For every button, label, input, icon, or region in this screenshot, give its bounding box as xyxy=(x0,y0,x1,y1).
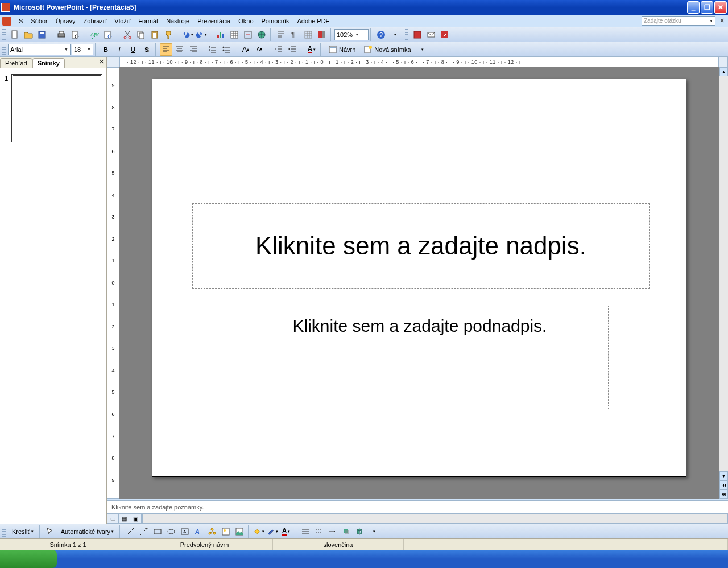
menu-file[interactable]: S xyxy=(15,17,27,26)
tab-slides[interactable]: Snímky xyxy=(32,58,65,68)
menu-window[interactable]: Okno xyxy=(234,17,257,26)
pdf-convert-button[interactable] xyxy=(411,28,424,41)
minimize-button[interactable]: _ xyxy=(687,1,700,14)
research-button[interactable] xyxy=(102,28,114,41)
tables-borders-button[interactable] xyxy=(242,28,254,41)
new-slide-button[interactable]: Nová snímka xyxy=(359,43,415,56)
tab-outline[interactable]: Prehľad xyxy=(0,58,32,68)
menu-help[interactable]: Pomocník xyxy=(258,17,293,26)
wordart-button[interactable]: A xyxy=(192,525,205,538)
bullets-button[interactable] xyxy=(220,43,233,56)
clipart-button[interactable] xyxy=(220,525,232,538)
slide-thumbnail[interactable] xyxy=(11,74,102,142)
shadow-style-button[interactable] xyxy=(340,525,353,538)
menu-edit[interactable]: Úpravy xyxy=(52,17,80,26)
menu-format[interactable]: Formát xyxy=(134,17,162,26)
normal-view-button[interactable]: ▭ xyxy=(107,514,119,523)
horizontal-ruler[interactable]: · 12 · ı · 11 · ı · 10 · ı · 9 · ı · 8 ·… xyxy=(119,57,719,67)
copy-button[interactable] xyxy=(135,28,147,41)
align-center-button[interactable] xyxy=(173,43,186,56)
increase-font-button[interactable]: A▴ xyxy=(239,43,252,56)
paste-button[interactable] xyxy=(148,28,161,41)
save-button[interactable] xyxy=(36,28,48,41)
maximize-button[interactable]: ❐ xyxy=(701,1,713,14)
insert-chart-button[interactable] xyxy=(214,28,227,41)
toolbar-options-button[interactable]: ▾ xyxy=(367,525,380,538)
autoshapes-button[interactable]: Automatické tvary▾ xyxy=(57,525,118,538)
design-button[interactable]: Návrh xyxy=(324,43,359,56)
toolbar-grip[interactable] xyxy=(2,44,6,55)
insert-picture-button[interactable] xyxy=(233,525,246,538)
start-button[interactable] xyxy=(0,550,57,568)
slide[interactable]: Kliknite sem a zadajte nadpis. Kliknite … xyxy=(152,79,686,477)
font-color-button[interactable]: A▾ xyxy=(305,43,318,56)
close-document-button[interactable]: ✕ xyxy=(718,17,726,24)
open-button[interactable] xyxy=(22,28,35,41)
toolbar-grip[interactable] xyxy=(2,29,6,40)
menu-file[interactable]: Súbor xyxy=(27,17,51,26)
3d-style-button[interactable] xyxy=(354,525,366,538)
arrow-button[interactable] xyxy=(138,525,150,538)
insert-table-button[interactable] xyxy=(228,28,241,41)
spelling-button[interactable]: ABC xyxy=(88,28,101,41)
line-color-button[interactable]: ▾ xyxy=(266,525,279,538)
title-placeholder[interactable]: Kliknite sem a zadajte nadpis. xyxy=(192,203,650,289)
next-slide-button[interactable]: ⏭ xyxy=(719,489,728,499)
redo-button[interactable]: ▾ xyxy=(195,28,208,41)
diagram-button[interactable] xyxy=(206,525,218,538)
rectangle-button[interactable] xyxy=(151,525,164,538)
menu-slideshow[interactable]: Prezentácia xyxy=(193,17,234,26)
arrow-style-button[interactable] xyxy=(326,525,339,538)
expand-all-button[interactable] xyxy=(275,28,287,41)
numbering-button[interactable]: 12 xyxy=(206,43,219,56)
scroll-down-button[interactable]: ▼ xyxy=(719,471,728,480)
underline-button[interactable]: U xyxy=(127,43,139,56)
new-button[interactable] xyxy=(9,28,21,41)
show-grid-button[interactable] xyxy=(302,28,315,41)
align-right-button[interactable] xyxy=(187,43,200,56)
horizontal-scrollbar[interactable] xyxy=(142,513,728,524)
document-icon[interactable] xyxy=(2,17,11,26)
subtitle-placeholder[interactable]: Kliknite sem a zadajte podnadpis. xyxy=(231,306,609,409)
menu-view[interactable]: Zobraziť xyxy=(80,17,111,26)
notes-pane[interactable]: Kliknite sem a zadajte poznámky. xyxy=(107,501,728,513)
pdf-review-button[interactable] xyxy=(439,28,451,41)
prev-slide-button[interactable]: ⏮ xyxy=(719,480,728,489)
undo-button[interactable]: ▾ xyxy=(181,28,194,41)
fill-color-button[interactable]: ▾ xyxy=(253,525,265,538)
format-painter-button[interactable] xyxy=(162,28,175,41)
show-formatting-button[interactable]: ¶ xyxy=(288,28,301,41)
help-button[interactable]: ? xyxy=(375,28,387,41)
bold-button[interactable]: B xyxy=(100,43,112,56)
close-panel-button[interactable]: ✕ xyxy=(99,58,104,65)
font-size-combo[interactable]: 18▼ xyxy=(72,44,93,55)
vertical-scrollbar[interactable]: ▲ ▼ ⏮ ⏭ xyxy=(719,67,728,499)
scroll-up-button[interactable]: ▲ xyxy=(719,67,728,76)
sorter-view-button[interactable]: ▦ xyxy=(119,514,130,523)
increase-indent-button[interactable] xyxy=(286,43,299,56)
color-grayscale-button[interactable] xyxy=(316,28,328,41)
ask-a-question-box[interactable]: Zadajte otázku ▼ xyxy=(642,16,715,26)
line-style-button[interactable] xyxy=(299,525,312,538)
oval-button[interactable] xyxy=(165,525,177,538)
toolbar-grip[interactable] xyxy=(405,29,408,40)
decrease-indent-button[interactable] xyxy=(272,43,285,56)
dash-style-button[interactable] xyxy=(313,525,325,538)
toolbar-options-button[interactable]: ▾ xyxy=(416,43,428,56)
status-language[interactable]: slovenčina xyxy=(273,539,404,550)
menu-tools[interactable]: Nástroje xyxy=(162,17,193,26)
pdf-email-button[interactable] xyxy=(425,28,437,41)
menu-adobe-pdf[interactable]: Adobe PDF xyxy=(293,17,333,26)
font-color-button[interactable]: A▾ xyxy=(280,525,292,538)
select-arrow-button[interactable] xyxy=(44,525,56,538)
textbox-button[interactable]: A xyxy=(179,525,191,538)
cut-button[interactable] xyxy=(121,28,134,41)
taskbar[interactable] xyxy=(0,550,728,568)
draw-menu-button[interactable]: Kresliť▾ xyxy=(8,525,38,538)
italic-button[interactable]: I xyxy=(113,43,126,56)
vertical-ruler[interactable]: 9876543210123456789 xyxy=(107,67,119,499)
toolbar-options-button[interactable]: ▾ xyxy=(388,28,401,41)
slide-canvas-area[interactable]: Kliknite sem a zadajte nadpis. Kliknite … xyxy=(119,67,719,499)
menu-insert[interactable]: Vložiť xyxy=(110,17,134,26)
shadow-button[interactable]: S xyxy=(140,43,153,56)
